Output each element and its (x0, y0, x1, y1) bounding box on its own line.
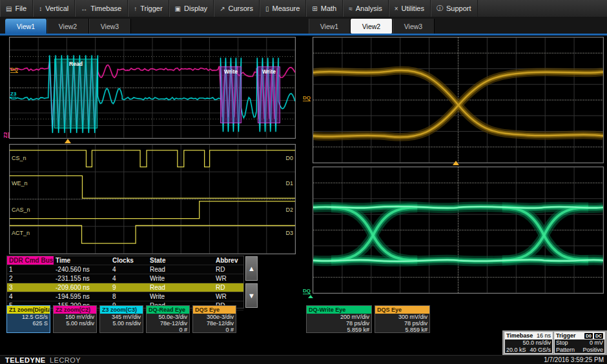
arrow-up-icon: ▲ (248, 265, 255, 272)
row-time: -209.600 ns (54, 283, 110, 292)
tab-right-view2[interactable]: View2 (351, 19, 393, 34)
table-row-selected[interactable]: 3 -209.600 ns 9 Read RD (7, 283, 243, 292)
descriptor-dqs-eye-right-line3: 5.859 k# (375, 327, 429, 333)
table-row[interactable]: 2 -231.155 ns 4 Write WR (7, 274, 243, 283)
descriptor-z3[interactable]: Z3 zoom(C3) 345 mV/div 5.00 ns/div (99, 305, 143, 333)
menu-math-label: Math (321, 5, 336, 12)
digital-graticule (10, 145, 295, 254)
table-row[interactable]: 1 -240.560 ns 4 Read RD (7, 265, 243, 274)
descriptor-dqs-eye-right-line1: 300 mV/div (375, 314, 429, 320)
descriptor-dqs-eye-left[interactable]: DQS Eye 300e-3/div 78e-12/div 0 # (192, 305, 236, 333)
menu-bar: ▤File ↕Vertical ↔Timebase ↑Trigger ▣Disp… (0, 0, 607, 17)
signal-label-act: ACT_n (12, 230, 30, 236)
menu-display[interactable]: ▣Display (169, 0, 214, 17)
info-icon: ⓘ (437, 4, 443, 13)
write-annotation-box-1: Write (220, 66, 242, 123)
col-abbrev: Abbrev (214, 256, 243, 265)
trigger-coupling-badge: DC (594, 333, 603, 339)
descriptor-dq-read-eye-line1: 50.0e-3/div (147, 314, 189, 320)
tab-left-view2[interactable]: View2 (47, 19, 89, 34)
row-time: -194.595 ns (54, 292, 110, 301)
dqs-eye-panel (313, 37, 604, 163)
menu-cursors[interactable]: ↗Cursors (214, 0, 260, 17)
timebase-samples: 20.0 kS (506, 347, 526, 354)
write-annotation-label-2: Write (262, 68, 276, 75)
menu-analysis[interactable]: ≈Analysis (343, 0, 388, 17)
descriptor-dqs-eye-right-line2: 78 ps/div (375, 320, 429, 327)
col-clocks: Clocks (110, 256, 148, 265)
row-clocks: 9 (110, 283, 148, 292)
row-time: -240.560 ns (54, 265, 110, 274)
descriptor-z2-title: Z2 zoom(C2) (54, 306, 96, 314)
write-annotation-box-2: Write (258, 66, 280, 123)
dq-eye-graticule (313, 167, 603, 293)
menu-utilities[interactable]: ×Utilities (389, 0, 431, 17)
menu-support[interactable]: ⓘSupport (431, 0, 478, 17)
row-abbrev: WR (214, 292, 243, 301)
descriptor-z1-line2: 625 S (7, 320, 50, 327)
brand-logo: TELEDYNE LECROY (5, 356, 81, 364)
signal-label-we: WE_n (12, 180, 28, 187)
bus-line-label-d0: D0 (285, 155, 293, 161)
timebase-sample-rate: 40 GS/s (530, 347, 551, 354)
timebase-per-div: 50.0 ns/div (522, 339, 551, 347)
dq-write-eye-panel (313, 167, 604, 294)
tab-left-view3[interactable]: View3 (89, 19, 131, 34)
menu-timebase[interactable]: ↔Timebase (75, 0, 128, 17)
scroll-up-button[interactable]: ▲ (245, 256, 258, 281)
trigger-arrow-icon: ↑ (134, 5, 137, 12)
descriptor-z1[interactable]: Z1 zoom(Digital1) 12.5 GS/s 625 S (6, 305, 50, 333)
read-annotation-box: Read (54, 59, 98, 128)
trigger-level: 0 mV (590, 339, 603, 347)
digital-bus-panel: CS_n WE_n CAS_n ACT_n D0 D1 D2 D3 (9, 144, 296, 254)
menu-file-label: File (15, 5, 26, 12)
descriptor-dq-write-eye-line3: 5.859 k# (307, 327, 371, 333)
descriptor-dq-write-eye[interactable]: DQ-Write Eye 200 mV/div 78 ps/div 5.859 … (306, 305, 372, 333)
descriptor-dqs-eye-left-line3: 0 # (193, 327, 236, 333)
eye-center-marker[interactable] (453, 161, 459, 165)
cursor-icon: ↗ (220, 5, 225, 12)
timebase-summary-box[interactable]: Timebase16 ns 50.0 ns/div 20.0 kS40 GS/s (504, 332, 553, 354)
descriptor-dq-read-eye[interactable]: DQ-Read Eye 50.0e-3/div 78e-12/div 0 # (146, 305, 190, 333)
descriptor-z2-line2: 5.00 ns/div (54, 320, 96, 327)
menu-trigger[interactable]: ↑Trigger (128, 0, 169, 17)
tab-right-view1[interactable]: View1 (309, 19, 351, 34)
clock-datetime: 1/7/2016 3:59:25 PM (544, 356, 604, 363)
descriptor-dqs-eye-left-line2: 78e-12/div (193, 320, 236, 327)
descriptor-z2[interactable]: Z2 zoom(C2) 160 mV/div 5.00 ns/div (53, 305, 97, 333)
accent-divider (0, 34, 607, 35)
z3-channel-label: Z3 (10, 91, 16, 97)
calculator-icon: ⊞ (312, 5, 317, 12)
row-index: 2 (7, 274, 54, 283)
descriptor-z3-title: Z3 zoom(C3) (100, 306, 143, 314)
brand-lecroy: LECROY (50, 356, 81, 364)
trigger-mode: Stop (556, 339, 568, 347)
arrow-down-icon: ▼ (248, 292, 255, 299)
col-time: Time (54, 256, 110, 265)
menu-measure[interactable]: ▯Measure (260, 0, 306, 17)
descriptor-dqs-eye-left-title: DQS Eye (193, 306, 236, 314)
descriptor-dqs-eye-left-line1: 300e-3/div (193, 314, 236, 320)
table-title: DDR Cmd Bus (7, 256, 54, 265)
menu-math[interactable]: ⊞Math (306, 0, 343, 17)
ruler-icon: ▯ (265, 5, 269, 12)
descriptor-dq-write-eye-line1: 200 mV/div (307, 314, 371, 320)
menu-file[interactable]: ▤File (0, 0, 33, 17)
descriptor-z3-line2: 5.00 ns/div (100, 320, 143, 327)
chart-icon: ≈ (349, 5, 353, 12)
row-state: Read (148, 283, 214, 292)
descriptor-z1-line1: 12.5 GS/s (7, 314, 50, 320)
row-clocks: 8 (110, 292, 148, 301)
menu-vertical[interactable]: ↕Vertical (33, 0, 75, 17)
tab-left-view1[interactable]: View1 (5, 19, 47, 34)
scroll-down-button[interactable]: ▼ (245, 283, 258, 308)
tab-right-view3[interactable]: View3 (393, 19, 435, 34)
signal-label-cs: CS_n (12, 155, 26, 161)
row-time: -231.155 ns (54, 274, 110, 283)
row-clocks: 4 (110, 274, 148, 283)
trigger-position-marker[interactable] (65, 139, 71, 143)
table-row[interactable]: 4 -194.595 ns 8 Write WR (7, 292, 243, 301)
trigger-summary-box[interactable]: TriggerD0DC Stop0 mV PatternPositive (554, 332, 605, 354)
trigger-source-badge: D0 (584, 333, 593, 339)
descriptor-dqs-eye-right[interactable]: DQS Eye 300 mV/div 78 ps/div 5.859 k# (375, 305, 430, 333)
